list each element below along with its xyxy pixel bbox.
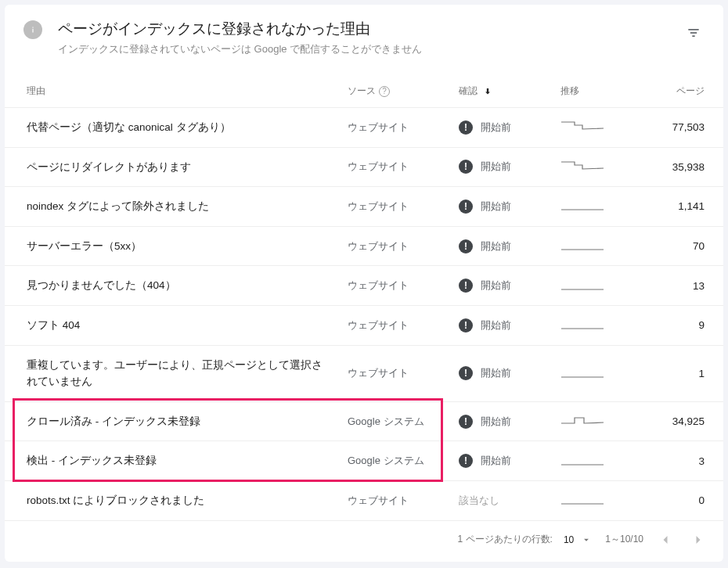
not-indexed-reasons-card: ページがインデックスに登録されなかった理由 インデックスに登録されていないページ… — [5, 5, 723, 562]
sparkline-icon — [560, 413, 604, 427]
reason-cell: ソフト 404 — [27, 317, 348, 334]
pages-cell: 1 — [623, 368, 705, 379]
table-row[interactable]: robots.txt によりブロックされましたウェブサイト該当なし0 — [5, 480, 723, 520]
next-page-button[interactable] — [687, 529, 709, 551]
trend-cell — [560, 278, 623, 294]
alert-icon: ! — [459, 279, 473, 293]
reason-cell: 代替ページ（適切な canonical タグあり） — [27, 119, 348, 136]
svg-rect-0 — [32, 29, 33, 33]
table-body: 代替ページ（適切な canonical タグあり）ウェブサイト!開始前77,50… — [5, 107, 723, 520]
table-row[interactable]: 見つかりませんでした（404）ウェブサイト!開始前13 — [5, 265, 723, 305]
pages-cell: 0 — [623, 494, 705, 506]
sparkline-icon — [560, 453, 604, 467]
table-row[interactable]: サーバーエラー（5xx）ウェブサイト!開始前70 — [5, 226, 723, 266]
trend-cell — [560, 492, 623, 509]
status-label: 開始前 — [481, 415, 511, 429]
alert-icon: ! — [459, 454, 473, 468]
col-header-source-label: ソース — [348, 84, 376, 98]
pages-cell: 3 — [623, 455, 705, 467]
chevron-down-icon — [578, 532, 594, 548]
card-title: ページがインデックスに登録されなかった理由 — [58, 19, 679, 39]
trend-cell — [560, 317, 623, 333]
table-row[interactable]: クロール済み - インデックス未登録Google システム!開始前34,925 — [5, 401, 723, 441]
status-label: 開始前 — [481, 318, 511, 333]
pagination-range: 1～10/10 — [605, 533, 643, 546]
svg-rect-2 — [688, 29, 698, 31]
status-cell: !開始前 — [459, 318, 560, 333]
status-cell: !開始前 — [459, 160, 560, 174]
alert-icon: ! — [459, 366, 473, 380]
card-subtitle: インデックスに登録されていないページは Google で配信することができません — [58, 42, 679, 56]
source-cell: ウェブサイト — [348, 279, 459, 293]
rows-per-page-value: 10 — [564, 534, 574, 545]
svg-rect-3 — [690, 32, 697, 34]
status-cell: !開始前 — [459, 120, 560, 135]
sparkline-icon — [560, 278, 604, 292]
rows-per-page-select[interactable]: 10 — [564, 532, 594, 548]
table-row[interactable]: 検出 - インデックス未登録Google システム!開始前3 — [5, 440, 723, 480]
table-footer: 1 ページあたりの行数: 10 1～10/10 — [5, 520, 723, 562]
status-label: 開始前 — [481, 200, 511, 214]
sparkline-icon — [560, 198, 604, 212]
trend-cell — [560, 413, 623, 430]
pages-cell: 1,141 — [623, 200, 705, 212]
svg-rect-1 — [32, 27, 33, 28]
status-label: 開始前 — [481, 120, 511, 135]
col-header-reason[interactable]: 理由 — [27, 84, 348, 98]
status-cell: !開始前 — [459, 415, 560, 429]
reason-cell: 検出 - インデックス未登録 — [27, 452, 348, 469]
status-label: 開始前 — [481, 239, 511, 253]
status-cell: !開始前 — [459, 279, 560, 293]
pages-cell: 70 — [623, 240, 705, 252]
reason-cell: 重複しています。ユーザーにより、正規ページとして選択されていません — [27, 357, 348, 390]
sparkline-icon — [560, 365, 604, 379]
sparkline-icon — [560, 238, 604, 252]
source-cell: ウェブサイト — [348, 120, 459, 135]
trend-cell — [560, 238, 623, 254]
pages-cell: 9 — [623, 319, 705, 331]
help-icon[interactable]: ? — [379, 86, 390, 97]
col-header-status-label: 確認 — [459, 84, 478, 98]
status-cell: !開始前 — [459, 366, 560, 380]
status-cell: 該当なし — [459, 494, 560, 508]
status-label: 開始前 — [481, 160, 511, 174]
reason-cell: サーバーエラー（5xx） — [27, 238, 348, 255]
alert-icon: ! — [459, 160, 473, 174]
source-cell: ウェブサイト — [348, 160, 459, 174]
pages-cell: 77,503 — [623, 121, 705, 133]
table-row[interactable]: noindex タグによって除外されましたウェブサイト!開始前1,141 — [5, 186, 723, 226]
pages-cell: 35,938 — [623, 161, 705, 173]
trend-cell — [560, 198, 623, 214]
table-row[interactable]: 代替ページ（適切な canonical タグあり）ウェブサイト!開始前77,50… — [5, 107, 723, 147]
sparkline-icon — [560, 317, 604, 331]
info-icon — [23, 20, 42, 39]
source-cell: ウェブサイト — [348, 200, 459, 214]
alert-icon: ! — [459, 120, 473, 135]
reason-cell: ページにリダイレクトがあります — [27, 159, 348, 176]
col-header-status[interactable]: 確認 — [459, 84, 560, 98]
status-label: 開始前 — [481, 279, 511, 293]
trend-cell — [560, 119, 623, 135]
table-row[interactable]: ページにリダイレクトがありますウェブサイト!開始前35,938 — [5, 147, 723, 187]
alert-icon: ! — [459, 318, 473, 333]
reason-cell: noindex タグによって除外されました — [27, 198, 348, 215]
trend-cell — [560, 453, 623, 469]
status-cell: !開始前 — [459, 239, 560, 253]
col-header-pages[interactable]: ページ — [623, 84, 705, 98]
source-cell: ウェブサイト — [348, 366, 459, 380]
reason-cell: クロール済み - インデックス未登録 — [27, 413, 348, 430]
sparkline-icon — [560, 159, 604, 173]
col-header-trend[interactable]: 推移 — [560, 84, 623, 98]
alert-icon: ! — [459, 239, 473, 253]
table-row[interactable]: 重複しています。ユーザーにより、正規ページとして選択されていませんウェブサイト!… — [5, 345, 723, 401]
status-label: 開始前 — [481, 366, 511, 380]
col-header-source[interactable]: ソース ? — [348, 84, 459, 98]
table-row[interactable]: ソフト 404ウェブサイト!開始前9 — [5, 305, 723, 345]
sparkline-icon — [560, 492, 604, 506]
pages-cell: 34,925 — [623, 415, 705, 427]
alert-icon: ! — [459, 200, 473, 214]
reason-cell: robots.txt によりブロックされました — [27, 492, 348, 509]
card-header: ページがインデックスに登録されなかった理由 インデックスに登録されていないページ… — [5, 5, 723, 63]
filter-button[interactable] — [679, 19, 708, 47]
prev-page-button[interactable] — [654, 529, 676, 551]
